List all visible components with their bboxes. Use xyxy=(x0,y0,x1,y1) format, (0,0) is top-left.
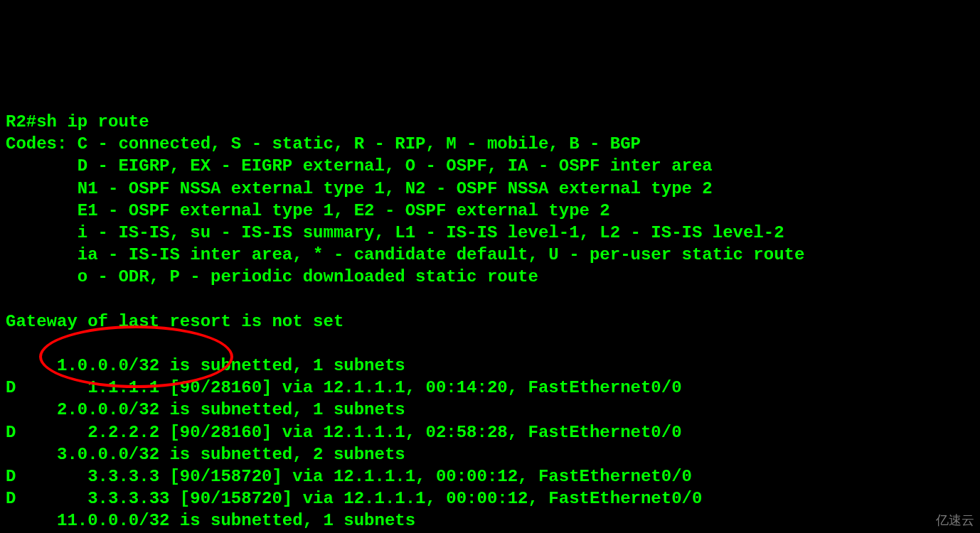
route-entry-3-3-3-33: D 3.3.3.33 [90/158720] via 12.1.1.1, 00:… xyxy=(6,489,702,508)
command-prompt-line: R2#sh ip route xyxy=(6,112,149,131)
gateway-status: Gateway of last resort is not set xyxy=(6,312,343,331)
route-entry-2-2-2-2: D 2.2.2.2 [90/28160] via 12.1.1.1, 02:58… xyxy=(6,423,682,442)
codes-legend-line-7: o - ODR, P - periodic downloaded static … xyxy=(6,267,538,286)
codes-legend-line-4: E1 - OSPF external type 1, E2 - OSPF ext… xyxy=(6,201,610,220)
cloud-icon xyxy=(913,512,933,528)
route-entry-1-1-1-1: D 1.1.1.1 [90/28160] via 12.1.1.1, 00:14… xyxy=(6,378,682,397)
codes-legend-line-2: D - EIGRP, EX - EIGRP external, O - OSPF… xyxy=(6,156,713,176)
terminal-output[interactable]: R2#sh ip route Codes: C - connected, S -… xyxy=(0,89,980,533)
codes-legend-line-1: Codes: C - connected, S - static, R - RI… xyxy=(6,134,641,154)
subnet-header-2: 2.0.0.0/32 is subnetted, 1 subnets xyxy=(6,400,405,419)
codes-legend-line-3: N1 - OSPF NSSA external type 1, N2 - OSP… xyxy=(6,179,713,198)
watermark: 亿速云 xyxy=(913,512,974,529)
codes-legend-line-5: i - IS-IS, su - IS-IS summary, L1 - IS-I… xyxy=(6,223,784,242)
subnet-header-1: 1.0.0.0/32 is subnetted, 1 subnets xyxy=(6,356,405,375)
watermark-text: 亿速云 xyxy=(936,512,974,529)
subnet-header-3: 3.0.0.0/32 is subnetted, 2 subnets xyxy=(6,445,405,464)
codes-legend-line-6: ia - IS-IS inter area, * - candidate def… xyxy=(6,245,804,264)
subnet-header-11: 11.0.0.0/32 is subnetted, 1 subnets xyxy=(6,511,415,530)
route-entry-3-3-3-3: D 3.3.3.3 [90/158720] via 12.1.1.1, 00:0… xyxy=(6,467,692,486)
